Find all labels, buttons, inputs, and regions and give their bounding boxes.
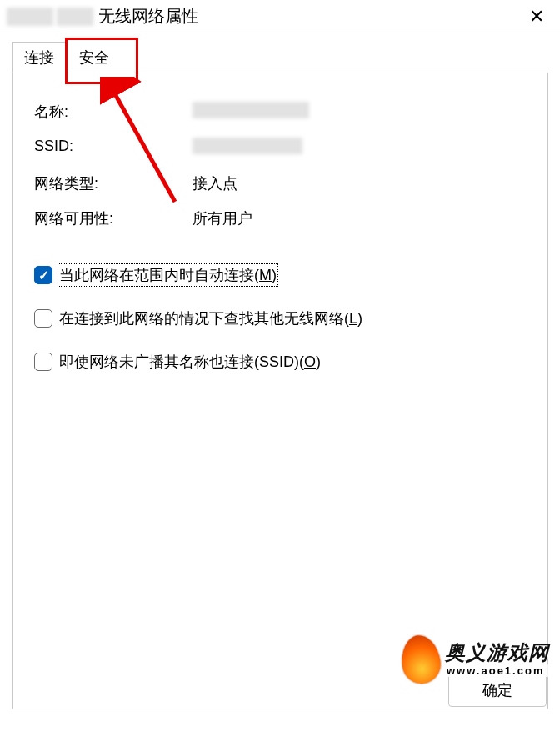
value-ssid bbox=[192, 138, 526, 158]
watermark-text: 奥义游戏网 www.aoe1.com bbox=[445, 643, 549, 677]
label-network-type: 网络类型: bbox=[34, 173, 192, 193]
checkbox-hidden-ssid-label: 即使网络未广播其名称也连接(SSID)(O) bbox=[59, 352, 321, 372]
title-redacted-1 bbox=[7, 8, 53, 26]
checkbox-hidden-ssid[interactable] bbox=[34, 353, 52, 371]
checkbox-find-other-row[interactable]: 在连接到此网络的情况下查找其他无线网络(L) bbox=[34, 308, 526, 328]
checkbox-find-other-label: 在连接到此网络的情况下查找其他无线网络(L) bbox=[59, 308, 362, 328]
properties-grid: 名称: SSID: 网络类型: 接入点 网络可用性: 所有用户 bbox=[34, 102, 526, 228]
value-availability: 所有用户 bbox=[192, 208, 526, 228]
tab-security[interactable]: 安全 bbox=[67, 42, 122, 73]
checkbox-auto-connect[interactable]: ✓ bbox=[34, 266, 52, 284]
checkbox-auto-connect-label: 当此网络在范围内时自动连接(M) bbox=[59, 265, 277, 285]
tabstrip: 连接 安全 bbox=[12, 43, 548, 73]
watermark-cn: 奥义游戏网 bbox=[445, 643, 549, 663]
value-name bbox=[192, 102, 526, 123]
dialog-body: 连接 安全 名称: SSID: 网络类型: 接入点 网络可用性: 所有用户 ✓ … bbox=[0, 33, 560, 717]
redacted-ssid bbox=[192, 138, 302, 154]
title-redacted-2 bbox=[57, 8, 93, 26]
watermark-url: www.aoe1.com bbox=[445, 664, 549, 677]
window-title-suffix: 无线网络属性 bbox=[98, 5, 198, 28]
label-availability: 网络可用性: bbox=[34, 208, 192, 228]
tab-connection[interactable]: 连接 bbox=[12, 42, 67, 73]
close-icon: ✕ bbox=[529, 6, 544, 28]
close-button[interactable]: ✕ bbox=[520, 0, 553, 33]
titlebar: 无线网络属性 ✕ bbox=[0, 0, 560, 33]
check-icon: ✓ bbox=[38, 268, 49, 283]
value-network-type: 接入点 bbox=[192, 173, 526, 193]
tab-panel-connection: 名称: SSID: 网络类型: 接入点 网络可用性: 所有用户 ✓ 当此网络在范… bbox=[12, 73, 548, 709]
tab-security-label: 安全 bbox=[79, 49, 109, 66]
flame-icon bbox=[398, 633, 443, 686]
checkbox-hidden-ssid-row[interactable]: 即使网络未广播其名称也连接(SSID)(O) bbox=[34, 352, 526, 372]
label-ssid: SSID: bbox=[34, 138, 192, 158]
tab-connection-label: 连接 bbox=[24, 49, 54, 66]
checkbox-auto-connect-row[interactable]: ✓ 当此网络在范围内时自动连接(M) bbox=[34, 265, 526, 285]
label-name: 名称: bbox=[34, 102, 192, 123]
checkbox-find-other[interactable] bbox=[34, 309, 52, 328]
watermark: 奥义游戏网 www.aoe1.com bbox=[402, 630, 552, 689]
redacted-name bbox=[192, 102, 309, 118]
